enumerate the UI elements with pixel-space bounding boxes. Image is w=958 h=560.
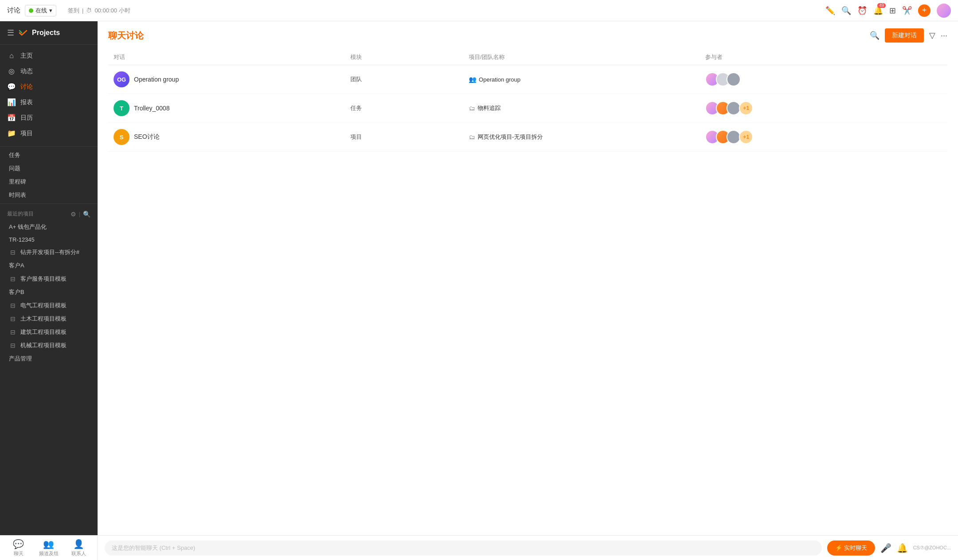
divider: |	[82, 7, 83, 14]
team-icon: 👥	[469, 76, 476, 83]
participant-avatar	[726, 72, 741, 86]
sidebar-sub-milestone[interactable]: 里程碑	[0, 175, 98, 188]
sidebar-project-item[interactable]: A+ 钱包产品化	[0, 220, 98, 234]
avatar-label: S	[120, 134, 124, 141]
sidebar-item-calendar[interactable]: 📅 日历	[0, 110, 98, 125]
conversation-avatar: S	[114, 129, 130, 145]
bottom-nav-label: 频道及组	[39, 550, 59, 557]
template-icon: ⊟	[9, 315, 17, 322]
participants-cell: +1	[705, 101, 942, 115]
conversation-cell: T Trolley_0008	[114, 100, 350, 116]
table-row[interactable]: S SEO讨论 项目 🗂 网页优化项目-无项目拆分 +1	[108, 123, 947, 152]
bottom-nav-chat[interactable]: 💬 聊天	[4, 537, 34, 559]
realtime-chat-label: ⚡ 实时聊天	[835, 544, 867, 552]
col-project: 项目/团队名称	[469, 53, 706, 61]
sidebar-project-item[interactable]: ⊟ 电气工程项目模板	[0, 299, 98, 312]
bell-icon[interactable]: 🔔	[897, 543, 908, 553]
activity-icon: ◎	[7, 67, 16, 75]
hamburger-icon[interactable]: ☰	[7, 28, 14, 38]
col-conversation: 对话	[114, 53, 350, 61]
add-button[interactable]: +	[918, 4, 931, 17]
table-row[interactable]: T Trolley_0008 任务 🗂 物料追踪 +1	[108, 94, 947, 123]
conversation-avatar: T	[114, 100, 130, 116]
content-more-icon[interactable]: ···	[941, 31, 947, 40]
sidebar-item-project[interactable]: 📁 项目	[0, 125, 98, 141]
project-cell: 🗂 网页优化项目-无项目拆分	[469, 133, 706, 141]
content-area: 聊天讨论 🔍 新建对话 ▽ ··· 对话 模块 项目/团队名称 参与者	[98, 21, 958, 535]
content-search-icon[interactable]: 🔍	[870, 31, 879, 40]
filter-icon[interactable]: ⚙	[71, 211, 76, 218]
sidebar-item-discuss[interactable]: 💬 讨论	[0, 79, 98, 94]
project-item-label: 电气工程项目模板	[20, 302, 67, 309]
notification-icon[interactable]: 🔔 49	[873, 6, 883, 16]
sidebar-sub-issue[interactable]: 问题	[0, 162, 98, 175]
module-cell: 项目	[350, 133, 469, 141]
sidebar-project-item[interactable]: TR-12345	[0, 234, 98, 246]
sidebar-item-label: 报表	[20, 98, 33, 106]
project-item-label: 建筑工程项目模板	[20, 328, 67, 336]
project-icon: 📁	[7, 129, 16, 137]
template-icon: ⊟	[9, 275, 17, 282]
realtime-chat-button[interactable]: ⚡ 实时聊天	[827, 540, 875, 556]
module-label: 任务	[350, 105, 362, 111]
project-item-label: TR-12345	[9, 236, 35, 243]
bottombar: 💬 聊天 👥 频道及组 👤 联系人 这是您的智能聊天 (Ctrl + Space…	[0, 535, 958, 560]
bottom-nav-label: 聊天	[14, 550, 24, 557]
checkin-label: 签到	[68, 7, 79, 15]
status-button[interactable]: 在线 ▾	[25, 5, 56, 16]
sidebar-item-activity[interactable]: ◎ 动态	[0, 63, 98, 79]
sidebar-item-home[interactable]: ⌂ 主页	[0, 48, 98, 63]
new-conversation-button[interactable]: 新建对话	[885, 28, 924, 43]
participants-cell	[705, 72, 942, 86]
sidebar-sub-task[interactable]: 任务	[0, 149, 98, 162]
bottom-nav-channels[interactable]: 👥 频道及组	[34, 537, 64, 559]
content-filter-icon[interactable]: ▽	[929, 31, 935, 40]
sidebar-project-item[interactable]: ⊟ 钻井开发项目--有拆分#	[0, 246, 98, 259]
table-row[interactable]: OG Operation group 团队 👥 Operation group	[108, 65, 947, 94]
project-name: Operation group	[479, 76, 521, 83]
notification-badge: 49	[877, 3, 886, 8]
conversation-name: SEO讨论	[134, 133, 160, 141]
project-item-label: 产品管理	[9, 355, 32, 363]
chat-input[interactable]: 这是您的智能聊天 (Ctrl + Space)	[105, 540, 822, 556]
project-item-label: A+ 钱包产品化	[9, 223, 47, 231]
topbar-right: ✏️ 🔍 ⏰ 🔔 49 ⊞ ✂️ +	[825, 4, 951, 18]
sidebar-item-label: 讨论	[20, 83, 33, 91]
sidebar-item-report[interactable]: 📊 报表	[0, 94, 98, 110]
sidebar-project-item[interactable]: ⊟ 客户服务项目模板	[0, 272, 98, 286]
microphone-icon[interactable]: 🎤	[880, 543, 891, 553]
scissors-icon[interactable]: ✂️	[902, 6, 912, 16]
pen-icon[interactable]: ✏️	[825, 6, 835, 16]
sidebar-project-item[interactable]: ⊟ 土木工程项目模板	[0, 312, 98, 325]
bottom-nav-contacts[interactable]: 👤 联系人	[63, 537, 94, 559]
project-item-label: 客户A	[9, 262, 24, 270]
search-small-icon[interactable]: 🔍	[83, 211, 90, 218]
module-label: 团队	[350, 76, 362, 82]
topbar-left: 讨论 在线 ▾ 签到 | ⏱ 00:00:00 小时	[7, 5, 130, 16]
sidebar-sub-label: 时间表	[9, 191, 26, 199]
divider: |	[79, 211, 80, 217]
copyright-label: CS⑦@ZOHOC...	[913, 545, 951, 551]
sidebar-project-item[interactable]: 产品管理	[0, 352, 98, 365]
page-title: 聊天讨论	[108, 30, 144, 42]
participant-more: +1	[739, 130, 753, 144]
sidebar-project-item[interactable]: ⊟ 建筑工程项目模板	[0, 325, 98, 339]
project-cell: 🗂 物料追踪	[469, 104, 706, 112]
sidebar-project-item[interactable]: 客户B	[0, 286, 98, 299]
user-avatar[interactable]	[937, 4, 951, 18]
channels-icon: 👥	[43, 539, 54, 549]
time-label: 00:00:00 小时	[94, 7, 130, 15]
sidebar-project-item[interactable]: ⊟ 机械工程项目模板	[0, 339, 98, 352]
bottombar-right: 这是您的智能聊天 (Ctrl + Space) ⚡ 实时聊天 🎤 🔔 CS⑦@Z…	[98, 540, 958, 556]
sidebar-project-item[interactable]: 客户A	[0, 259, 98, 272]
grid-icon[interactable]: ⊞	[889, 6, 896, 16]
search-icon[interactable]: 🔍	[841, 6, 851, 16]
sidebar-item-label: 动态	[20, 67, 33, 75]
sidebar-item-label: 日历	[20, 114, 33, 122]
clock-alert-icon[interactable]: ⏰	[857, 6, 867, 16]
discuss-icon: 💬	[7, 82, 16, 91]
sidebar-sub-timesheet[interactable]: 时间表	[0, 188, 98, 202]
content-actions: 🔍 新建对话 ▽ ···	[870, 28, 947, 43]
chat-icon: 💬	[13, 539, 24, 549]
avatar-label: T	[120, 105, 123, 112]
